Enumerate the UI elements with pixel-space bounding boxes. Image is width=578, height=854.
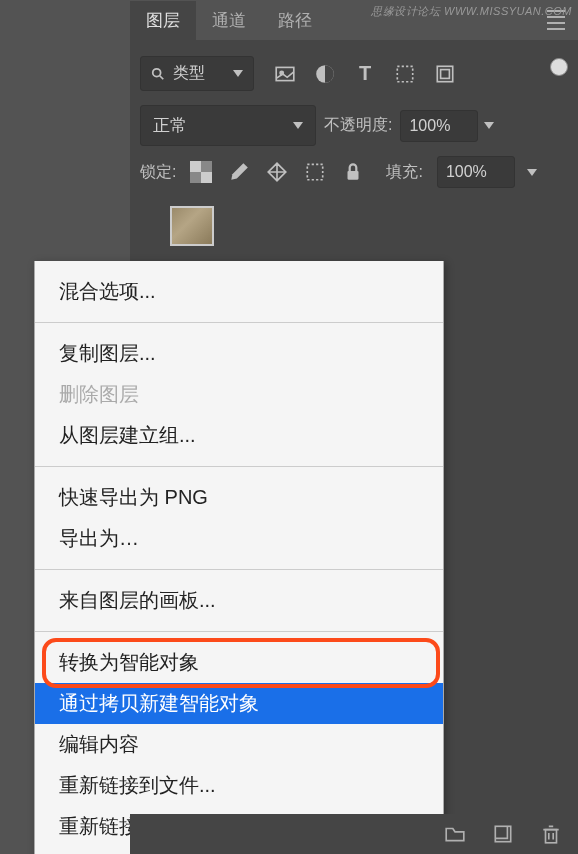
svg-rect-10 — [201, 161, 212, 172]
type-filter-icon[interactable]: T — [354, 63, 376, 85]
blend-mode-dropdown[interactable]: 正常 — [140, 105, 316, 146]
menu-new-smart-object-via-copy[interactable]: 通过拷贝新建智能对象 — [35, 683, 443, 724]
svg-rect-14 — [495, 826, 510, 841]
lock-row: 锁定: 填充: 100% — [140, 156, 568, 188]
menu-export-as[interactable]: 导出为… — [35, 518, 443, 559]
pixel-filter-icon[interactable] — [274, 63, 296, 85]
svg-rect-11 — [190, 172, 201, 183]
tab-layers[interactable]: 图层 — [130, 1, 196, 40]
layer-context-menu: 混合选项... 复制图层... 删除图层 从图层建立组... 快速导出为 PNG… — [34, 261, 444, 854]
chevron-down-icon[interactable] — [484, 122, 494, 129]
panel-bottom-bar — [130, 814, 578, 854]
fill-label: 填充: — [386, 162, 422, 183]
layer-row[interactable] — [140, 202, 568, 246]
menu-delete-layer: 删除图层 — [35, 374, 443, 415]
new-layer-icon[interactable] — [492, 823, 514, 845]
lock-artboard-icon[interactable] — [304, 161, 326, 183]
smartobject-filter-icon[interactable] — [434, 63, 456, 85]
delete-icon[interactable] — [540, 823, 562, 845]
blend-row: 正常 不透明度: 100% — [140, 105, 568, 146]
fill-value: 100% — [446, 163, 487, 181]
filter-toggle[interactable] — [550, 58, 568, 76]
blend-mode-value: 正常 — [153, 114, 187, 137]
lock-all-icon[interactable] — [342, 161, 364, 183]
chevron-down-icon — [233, 70, 243, 77]
svg-rect-5 — [397, 66, 412, 81]
menu-blend-options[interactable]: 混合选项... — [35, 271, 443, 312]
menu-duplicate-layer[interactable]: 复制图层... — [35, 333, 443, 374]
svg-rect-15 — [546, 830, 557, 843]
filter-row: 类型 T — [140, 56, 568, 91]
menu-edit-contents[interactable]: 编辑内容 — [35, 724, 443, 765]
watermark-text: 思缘设计论坛 WWW.MISSYUAN.COM — [371, 4, 572, 19]
tab-paths[interactable]: 路径 — [262, 1, 328, 40]
type-label: 类型 — [173, 63, 205, 84]
search-icon — [151, 67, 165, 81]
svg-line-1 — [160, 75, 164, 79]
svg-rect-13 — [348, 171, 359, 180]
menu-convert-smart-object[interactable]: 转换为智能对象 — [35, 642, 443, 683]
svg-rect-7 — [441, 69, 450, 78]
opacity-label: 不透明度: — [324, 115, 392, 136]
svg-rect-6 — [437, 66, 452, 81]
lock-brush-icon[interactable] — [228, 161, 250, 183]
chevron-down-icon[interactable] — [527, 169, 537, 176]
svg-rect-12 — [308, 164, 323, 179]
opacity-input[interactable]: 100% — [400, 110, 478, 142]
lock-label: 锁定: — [140, 162, 176, 183]
menu-group-from-layers[interactable]: 从图层建立组... — [35, 415, 443, 456]
lock-transparency-icon[interactable] — [190, 161, 212, 183]
opacity-value: 100% — [409, 117, 450, 135]
new-group-icon[interactable] — [444, 823, 466, 845]
menu-relink-to-file[interactable]: 重新链接到文件... — [35, 765, 443, 806]
adjustment-filter-icon[interactable] — [314, 63, 336, 85]
svg-point-0 — [153, 68, 161, 76]
menu-artboard-from-layers[interactable]: 来自图层的画板... — [35, 580, 443, 621]
type-filter-dropdown[interactable]: 类型 — [140, 56, 254, 91]
menu-quick-export-png[interactable]: 快速导出为 PNG — [35, 477, 443, 518]
svg-rect-8 — [190, 161, 201, 172]
layer-thumbnail — [170, 206, 214, 246]
tab-channels[interactable]: 通道 — [196, 1, 262, 40]
lock-position-icon[interactable] — [266, 161, 288, 183]
svg-rect-9 — [201, 172, 212, 183]
fill-input[interactable]: 100% — [437, 156, 515, 188]
shape-filter-icon[interactable] — [394, 63, 416, 85]
chevron-down-icon — [293, 122, 303, 129]
